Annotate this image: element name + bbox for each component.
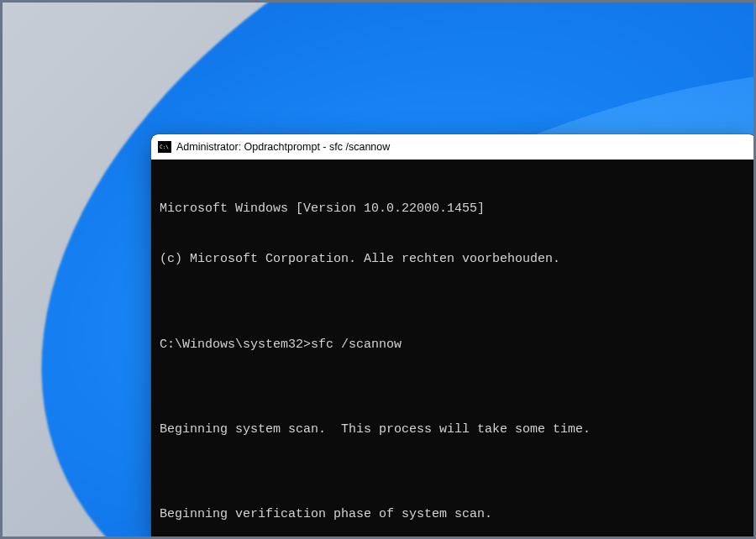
terminal-line: Beginning system scan. This process will… — [160, 421, 748, 438]
terminal-line: Microsoft Windows [Version 10.0.22000.14… — [160, 201, 748, 217]
terminal-line: (c) Microsoft Corporation. Alle rechten … — [160, 251, 748, 268]
title-bar[interactable]: Administrator: Opdrachtprompt - sfc /sca… — [151, 134, 756, 160]
window-title: Administrator: Opdrachtprompt - sfc /sca… — [176, 141, 390, 153]
cmd-icon — [158, 141, 171, 153]
terminal-output[interactable]: Microsoft Windows [Version 10.0.22000.14… — [151, 160, 756, 537]
terminal-line: Beginning verification phase of system s… — [160, 506, 748, 523]
command-prompt-window[interactable]: Administrator: Opdrachtprompt - sfc /sca… — [151, 134, 756, 537]
terminal-line: C:\Windows\system32>sfc /scannow — [160, 337, 748, 353]
